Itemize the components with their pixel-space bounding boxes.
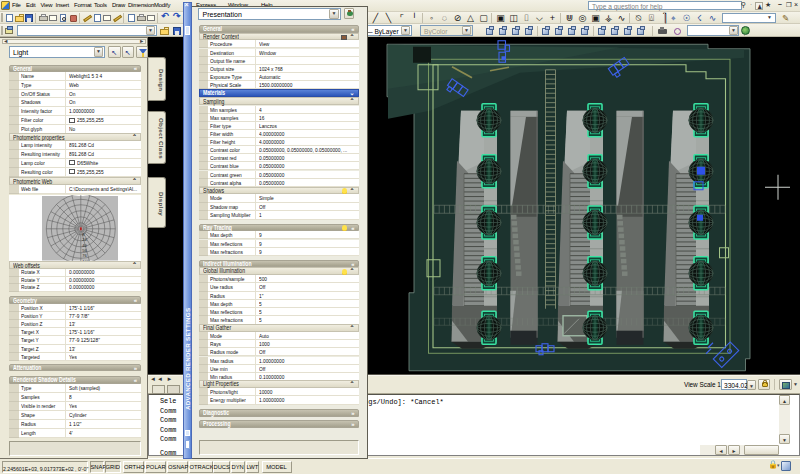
svg-text:76: 76 xyxy=(82,253,87,258)
svg-text:24: 24 xyxy=(82,237,87,242)
svg-text:56: 56 xyxy=(82,248,87,253)
svg-text:40: 40 xyxy=(82,242,87,247)
